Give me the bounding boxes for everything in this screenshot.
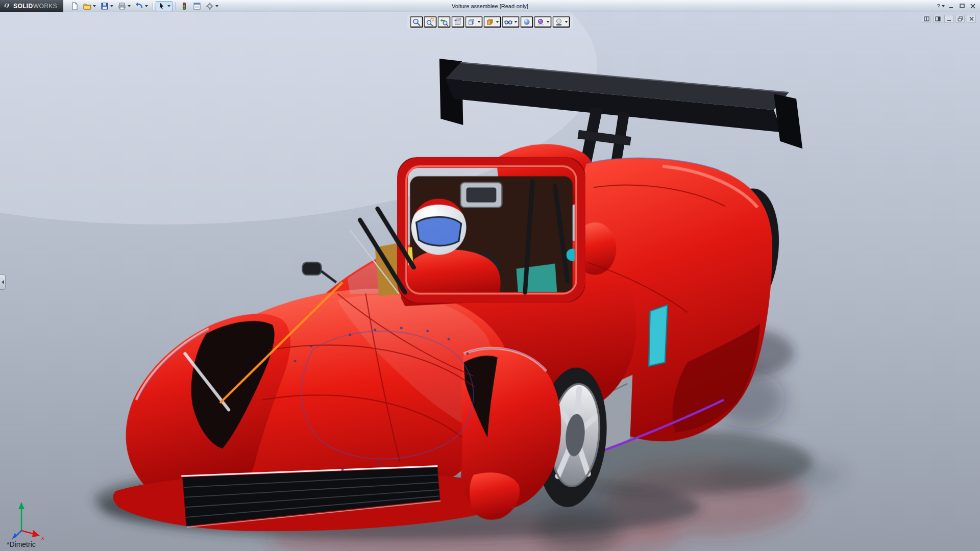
new-document-button[interactable]: [68, 1, 81, 11]
doc-restore-icon: [958, 16, 963, 21]
heads-up-view-toolbar: [407, 15, 573, 29]
side-mirror: [303, 262, 322, 274]
view-orientation-button[interactable]: [465, 16, 483, 28]
section-view-icon: [454, 18, 462, 26]
doc-restore-right-button[interactable]: [933, 15, 942, 23]
doc-restore-button[interactable]: [955, 15, 965, 23]
previous-view-button[interactable]: [438, 16, 451, 28]
doc-restore-left-button[interactable]: [922, 15, 931, 23]
hide-show-items-icon: [504, 18, 513, 26]
view-orientation-icon: [468, 18, 476, 26]
rebuild-button[interactable]: [178, 1, 190, 11]
apply-scene-button[interactable]: [534, 16, 552, 28]
doc-minimize-button[interactable]: [944, 15, 953, 23]
minimize-icon: [949, 4, 954, 9]
display-style-button[interactable]: [484, 16, 501, 28]
minimize-button[interactable]: [947, 2, 956, 10]
undo-icon: [135, 2, 143, 10]
rebuild-stoplight-icon: [180, 2, 188, 10]
select-button[interactable]: [156, 1, 173, 11]
select-cursor-icon: [158, 2, 166, 10]
apply-scene-icon: [536, 18, 545, 26]
edit-appearance-button[interactable]: [521, 16, 533, 28]
maximize-button[interactable]: [958, 2, 967, 10]
display-style-icon: [486, 18, 495, 26]
window-controls: ?: [936, 2, 980, 10]
close-button[interactable]: [968, 2, 977, 10]
ds-logo-icon: [3, 2, 11, 10]
section-view-button[interactable]: [452, 16, 464, 28]
edit-appearance-icon: [523, 18, 531, 26]
orientation-triad: x: [7, 499, 48, 546]
zoom-to-area-button[interactable]: [424, 16, 437, 28]
new-document-icon: [70, 2, 79, 10]
solidworks-brand: SOLIDWORKS: [0, 0, 63, 12]
hide-show-items-button[interactable]: [502, 16, 520, 28]
zoom-to-area-icon: [426, 18, 435, 26]
zoom-to-fit-button[interactable]: [410, 16, 423, 28]
window-title: Voiture assemblee [Read-only]: [452, 3, 528, 9]
document-window-controls: [922, 15, 976, 23]
options-button[interactable]: [204, 1, 220, 11]
maximize-icon: [960, 4, 965, 9]
options-icon: [206, 2, 214, 10]
doc-close-button[interactable]: [967, 15, 976, 23]
file-properties-button[interactable]: [191, 1, 203, 11]
doc-restore-right-icon: [935, 16, 941, 21]
print-button[interactable]: [116, 1, 133, 11]
file-properties-icon: [193, 2, 201, 10]
title-bar: SOLIDWORKS Voiture assem: [0, 0, 980, 12]
3d-viewport[interactable]: [0, 0, 980, 551]
brand-text: SOLIDWORKS: [13, 3, 57, 10]
help-button[interactable]: ?: [936, 2, 945, 10]
panel-collapse-tab[interactable]: [0, 274, 6, 290]
open-button[interactable]: [81, 1, 98, 11]
toolbar-separator: [175, 2, 176, 10]
main-toolbar: [68, 1, 220, 11]
zoom-to-fit-icon: [412, 18, 421, 26]
doc-restore-left-icon: [924, 16, 929, 21]
doc-close-icon: [969, 16, 974, 21]
save-button[interactable]: [99, 1, 115, 11]
doc-minimize-icon: [946, 16, 952, 21]
open-folder-icon: [83, 2, 91, 10]
previous-view-icon: [440, 18, 449, 26]
triad-x-label: x: [41, 535, 44, 541]
print-icon: [118, 2, 126, 10]
close-icon: [970, 4, 975, 9]
view-orientation-label: *Dimetric: [7, 540, 36, 548]
view-settings-icon: [555, 18, 564, 26]
toolbar-separator: [153, 2, 153, 10]
view-settings-button[interactable]: [553, 16, 570, 28]
save-icon: [101, 2, 109, 10]
undo-button[interactable]: [133, 1, 150, 11]
